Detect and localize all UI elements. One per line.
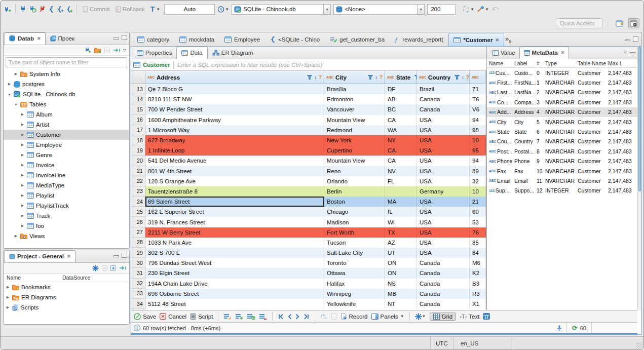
collapse-icon[interactable] [102,265,107,271]
column-filter-icon[interactable] [307,75,312,80]
tab-value[interactable]: Value [488,47,519,59]
cell-country[interactable]: Canada [417,258,470,268]
cell-country[interactable]: USA [417,145,470,155]
cell-state[interactable]: WA [385,125,417,135]
cell-address[interactable]: 2211 W Berry Street [145,227,324,238]
chevron-expanded-icon[interactable]: ▼ [14,103,18,106]
cell-state[interactable]: DF [385,84,417,94]
cell-postal[interactable]: 53 [470,217,486,227]
metadata-row-lastna[interactable]: ABCLast...LastNa...2NVARCHARCustomer2,14… [487,88,637,97]
tree-item-album[interactable]: ▶Album [4,109,129,120]
cell-city[interactable]: Reno [324,166,385,176]
row-number[interactable]: 34 [131,299,145,309]
tree-item-track[interactable]: ▶Track [4,211,129,221]
project-item-bookmarks[interactable]: ▶Bookmarks [4,282,129,292]
tree-item-postgres[interactable]: ▶postgres [4,79,129,89]
format-brush-icon[interactable]: ▼ [477,6,489,13]
cell-postal[interactable]: 89 [470,166,486,176]
column-header-country[interactable]: ABCCountry↕? [417,71,470,84]
cell-address[interactable]: 319 N. Frances Street [145,217,324,227]
metadata-row-state[interactable]: ABCStateState6NVARCHARCustomer2,147,483 [487,127,637,136]
commit-mode-combo[interactable]: Auto [164,4,215,15]
row-number[interactable]: 31 [131,268,145,278]
chevron-collapsed-icon[interactable]: ▶ [20,123,25,127]
column-name[interactable]: Name [4,275,59,281]
cell-address[interactable]: 796 Dundas Street West [145,258,324,268]
cell-address[interactable]: 1600 Amphitheatre Parkway [145,115,324,125]
cell-postal[interactable]: X1 [470,299,486,309]
chevron-collapsed-icon[interactable]: ▶ [20,143,25,147]
column-header-address[interactable]: ABCAddress↕? [145,71,324,84]
cell-state[interactable]: MB [385,289,417,299]
tree-item-mediatype[interactable]: ▶MediaType [4,180,129,190]
cell-state[interactable]: ON [385,268,417,278]
new-connection-icon[interactable] [4,6,11,13]
row-number[interactable]: 33 [131,289,145,299]
connection-dropdown-icon[interactable]: ▼ [323,5,330,14]
pin-icon[interactable] [556,325,562,331]
chevron-collapsed-icon[interactable]: ▶ [20,214,25,218]
cell-address[interactable]: 627 Broadway [145,135,324,145]
cell-city[interactable]: Boston [324,197,385,207]
cell-country[interactable]: USA [417,238,470,248]
row-number[interactable]: 18 [131,135,145,145]
transaction-mode-button[interactable]: T▼ [149,4,162,14]
cell-country[interactable]: Canada [417,279,470,289]
cell-state[interactable]: NV [385,166,417,176]
row-number[interactable]: 20 [131,155,145,166]
column-name[interactable]: Name [487,60,512,66]
cell-address[interactable]: 230 Elgin Street [145,268,324,278]
close-icon[interactable]: ✕ [67,254,71,259]
cell-city[interactable]: Chicago [324,207,385,217]
row-number[interactable]: 32 [131,279,145,289]
cell-country[interactable]: USA [417,135,470,145]
cell-postal[interactable]: 95 [470,145,486,155]
cell-postal[interactable]: 10 [470,186,486,197]
project-item-er-diagrams[interactable]: ▶ER Diagrams [4,292,129,302]
cell-city[interactable]: Salt Lake City [324,248,385,258]
tree-item-employee[interactable]: ▶Employee [4,140,129,150]
schema-dropdown-icon[interactable]: ▼ [417,5,424,14]
cell-country[interactable]: Canada [417,289,470,299]
cell-state[interactable]: NY [385,135,417,145]
sql-editor-icon[interactable] [48,6,54,13]
cell-state[interactable]: AB [385,94,417,104]
row-number[interactable]: 14 [131,94,145,104]
cell-country[interactable]: USA [417,217,470,227]
editor-tab-customer[interactable]: *Customer✕ [448,33,504,46]
cell-city[interactable]: Redmond [324,125,385,135]
link-with-editor-icon[interactable] [113,48,120,53]
cell-postal[interactable]: 21 [470,197,486,207]
cell-country[interactable]: USA [417,176,470,186]
row-number[interactable]: 29 [131,248,145,258]
cell-address[interactable]: 1 Microsoft Way [145,125,324,135]
metadata-row-custo[interactable]: 123Cus...Custo...0INTEGERCustomer2,147,4… [487,68,637,77]
maximize-icon[interactable] [633,36,638,42]
new-sql-editor-icon[interactable] [66,6,72,13]
connect-icon[interactable] [20,6,26,13]
minimize-icon[interactable] [625,39,630,41]
row-number[interactable]: 26 [131,217,145,227]
fetch-size-input[interactable] [427,4,456,15]
chevron-collapsed-icon[interactable]: ▶ [20,133,25,137]
disconnect-icon[interactable] [39,6,46,13]
cell-city[interactable]: Mountain View [324,115,385,125]
metadata-row-firstna[interactable]: ABCFirst...FirstNa...1NVARCHARCustomer2,… [487,77,637,87]
minimize-icon[interactable] [630,52,635,54]
chevron-expanded-icon[interactable]: ▼ [7,93,12,96]
metadata-row-city[interactable]: ABCCityCity5NVARCHARCustomer2,147,483 [487,117,637,127]
column-header-partial[interactable]: ABC [470,71,486,84]
scrollbar-thumb[interactable] [638,47,641,191]
row-number[interactable]: 24 [131,197,145,207]
cell-address[interactable]: 302 S 700 E [145,248,324,258]
sync-data-icon[interactable]: ▼ [462,6,474,13]
perspective-dbeaver-icon[interactable] [614,18,625,28]
metadata-row-phone[interactable]: ABCPhonePhone9NVARCHARCustomer2,147,483 [487,157,637,166]
cell-city[interactable]: Berlin [324,186,385,197]
editor-tab-employee[interactable]: Employee [219,33,265,46]
tree-item-playlisttrack[interactable]: ▶PlaylistTrack [4,201,129,211]
tab-er-diagram[interactable]: ER Diagram [208,47,258,59]
maximize-icon[interactable] [122,253,127,258]
cell-state[interactable]: CA [385,145,417,155]
column-sort-icon[interactable]: ↕ [462,75,464,80]
